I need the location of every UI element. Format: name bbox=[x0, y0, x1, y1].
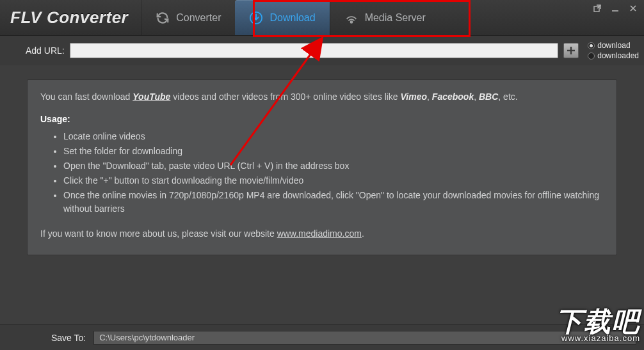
site-facebook: Facebook bbox=[432, 91, 474, 102]
tab-label: Converter bbox=[176, 12, 221, 24]
tab-converter[interactable]: Converter bbox=[141, 0, 235, 35]
radio-label: download bbox=[597, 41, 630, 50]
tab-label: Media Server bbox=[365, 12, 426, 24]
broadcast-icon bbox=[344, 11, 358, 25]
save-path-input[interactable] bbox=[93, 331, 636, 345]
radio-label: downloaded bbox=[597, 51, 639, 60]
intro-text: You can fast download YouTube videos and… bbox=[40, 90, 604, 104]
header-bar: FLV Converter Converter Download bbox=[0, 0, 644, 36]
list-item: Once the online movies in 720p/1080p/216… bbox=[63, 189, 604, 216]
url-input[interactable] bbox=[70, 43, 559, 58]
add-url-button[interactable] bbox=[563, 43, 579, 58]
website-link[interactable]: www.mediadimo.com bbox=[277, 228, 362, 239]
watermark: 下载吧 www.xiazaiba.com bbox=[556, 308, 640, 342]
url-row: Add URL: download downloaded bbox=[0, 36, 644, 65]
svg-point-1 bbox=[350, 20, 352, 22]
close-button[interactable] bbox=[627, 3, 639, 14]
more-info-text: If you want to know more about us, pleas… bbox=[40, 227, 604, 241]
usage-heading: Usage: bbox=[40, 113, 604, 126]
site-vimeo: Vimeo bbox=[401, 91, 428, 102]
tab-media-server[interactable]: Media Server bbox=[330, 0, 440, 35]
radio-download[interactable]: download bbox=[588, 41, 639, 50]
refresh-icon bbox=[156, 11, 170, 25]
url-label: Add URL: bbox=[26, 45, 65, 56]
usage-list: Locate online videos Set the folder for … bbox=[63, 130, 604, 216]
popout-icon[interactable] bbox=[592, 3, 603, 14]
window-controls bbox=[592, 3, 639, 14]
app-title: FLV Converter bbox=[0, 8, 128, 28]
save-label: Save To: bbox=[51, 333, 86, 343]
radio-icon bbox=[588, 42, 595, 49]
save-row: Save To: bbox=[0, 324, 644, 350]
radio-icon bbox=[588, 52, 595, 60]
watermark-text: 下载吧 bbox=[556, 308, 640, 335]
radio-downloaded[interactable]: downloaded bbox=[588, 51, 639, 60]
info-panel: You can fast download YouTube videos and… bbox=[27, 79, 617, 255]
tab-download[interactable]: Download bbox=[235, 0, 329, 35]
list-item: Set the folder for downloading bbox=[63, 145, 604, 158]
minimize-button[interactable] bbox=[609, 3, 621, 14]
filter-radios: download downloaded bbox=[584, 41, 639, 60]
watermark-url: www.xiazaiba.com bbox=[556, 334, 640, 342]
main-tabs: Converter Download Media Server bbox=[141, 0, 440, 35]
download-icon bbox=[249, 11, 263, 25]
list-item: Locate online videos bbox=[63, 130, 604, 143]
site-youtube: YouTube bbox=[133, 91, 170, 102]
tab-label: Download bbox=[270, 12, 315, 24]
list-item: Open the "Download" tab, paste video URL… bbox=[63, 159, 604, 173]
list-item: Click the "+" button to start downloadin… bbox=[63, 174, 604, 187]
site-bbc: BBC bbox=[479, 91, 498, 102]
